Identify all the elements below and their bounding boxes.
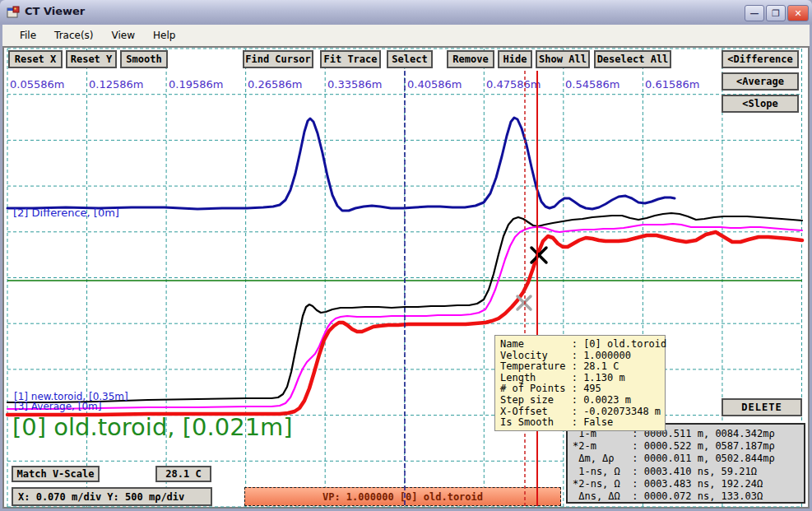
average-button[interactable]: <Average	[722, 72, 799, 91]
slope-button[interactable]: <Slope	[722, 95, 799, 113]
x-tick-2: 0.19586m	[169, 78, 223, 91]
delete-button[interactable]: DELETE	[722, 398, 802, 416]
vp-readout[interactable]: VP: 1.000000 [0] old.toroid	[244, 487, 561, 506]
x-tick-5: 0.40586m	[407, 78, 462, 91]
measurement-line: *2-m : 0000.522 m, 0587.187mρ	[573, 440, 799, 453]
trace-label-old-toroid[interactable]: [0] old.toroid, [0.021m]	[12, 414, 293, 440]
measurement-line: Δm, Δρ : 0000.011 m, 0502.844mρ	[573, 453, 799, 465]
fit-trace-button[interactable]: Fit Trace	[320, 50, 381, 68]
cursor-marker-1[interactable]	[517, 296, 531, 309]
deselect-all-button[interactable]: Deselect All	[594, 50, 671, 68]
scale-readout: X: 0.070 m/div Y: 500 mρ/div	[12, 487, 212, 506]
tooltip-line: Length : 1.130 m	[500, 373, 660, 384]
select-button[interactable]: Select	[387, 50, 433, 68]
tooltip-line: Is Smooth : False	[500, 417, 660, 429]
x-tick-8: 0.61586m	[645, 78, 699, 91]
measurement-line: Δns, ΔΩ : 0000.072 ns, 133.03Ω	[573, 490, 799, 503]
smooth-button[interactable]: Smooth	[120, 50, 168, 68]
tooltip-line: X-Offset : -0.02073348 m	[500, 406, 660, 418]
find-cursor-button[interactable]: Find Cursor	[243, 50, 313, 68]
trace-tooltip: Name : [0] old.toroid Velocity : 1.00000…	[494, 335, 666, 431]
remove-button[interactable]: Remove	[447, 50, 494, 68]
reset-y-button[interactable]: Reset Y	[66, 50, 117, 68]
measurement-line: 1-ns, Ω : 0003.410 ns, 59.21Ω	[573, 466, 799, 478]
measurement-panel: 1-m : 0000.511 m, 0084.342mρ *2-m : 0000…	[566, 423, 805, 504]
measurement-line: *2-ns, Ω : 0003.483 ns, 192.24Ω	[573, 478, 799, 490]
hide-button[interactable]: Hide	[498, 50, 532, 68]
tooltip-line: # of Points : 495	[500, 383, 660, 395]
tooltip-line: Velocity : 1.000000	[500, 351, 660, 362]
match-v-scale-button[interactable]: Match V-Scale	[12, 466, 100, 482]
ct-viewer-window: CT Viewer — ❐ ✕ File Trace(s) View Help …	[0, 0, 812, 511]
difference-button[interactable]: <Difference	[722, 50, 799, 68]
x-tick-0: 0.05586m	[10, 78, 64, 91]
x-tick-4: 0.33586m	[327, 78, 382, 91]
x-tick-1: 0.12586m	[89, 78, 143, 91]
tooltip-line: Temperature : 28.1 C	[500, 361, 660, 373]
temperature-button[interactable]: 28.1 C	[155, 466, 211, 482]
trace-label-difference[interactable]: [2] Difference, [0m]	[13, 207, 119, 219]
show-all-button[interactable]: Show All	[536, 50, 590, 68]
x-tick-6: 0.47586m	[486, 78, 541, 91]
reset-x-button[interactable]: Reset X	[8, 50, 63, 68]
x-tick-3: 0.26586m	[248, 78, 302, 91]
tooltip-line: Name : [0] old.toroid	[500, 339, 660, 351]
trace-label-average[interactable]: [3] Average, [0m]	[14, 401, 101, 412]
x-tick-7: 0.54586m	[565, 78, 619, 91]
trace-difference[interactable]	[7, 118, 675, 211]
tooltip-line: Step size : 0.0023 m	[500, 395, 660, 406]
